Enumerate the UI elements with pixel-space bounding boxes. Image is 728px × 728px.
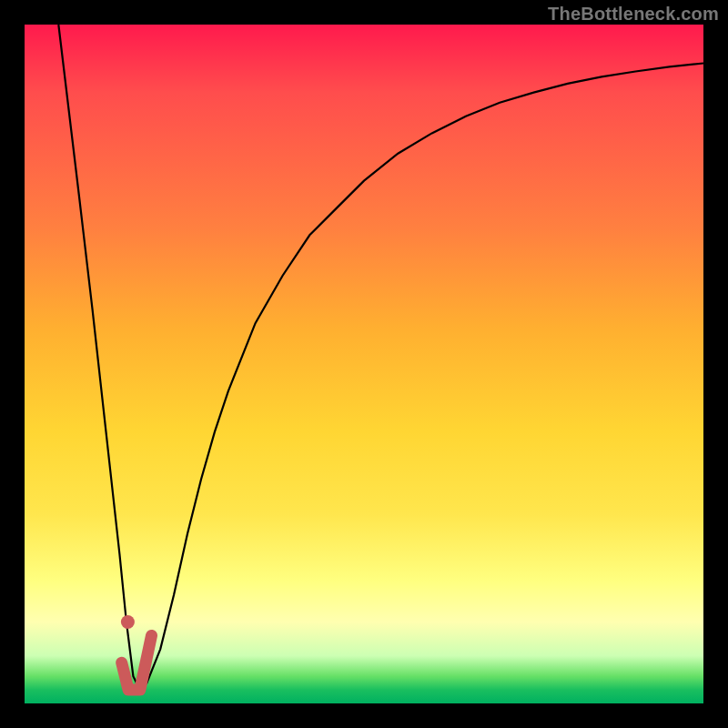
bottleneck-curve <box>58 25 703 690</box>
chart-svg-layer <box>25 25 703 703</box>
marker-dot <box>121 615 135 629</box>
watermark-text: TheBottleneck.com <box>548 4 719 25</box>
marker-hook <box>122 635 152 690</box>
chart-frame: TheBottleneck.com <box>0 0 728 728</box>
